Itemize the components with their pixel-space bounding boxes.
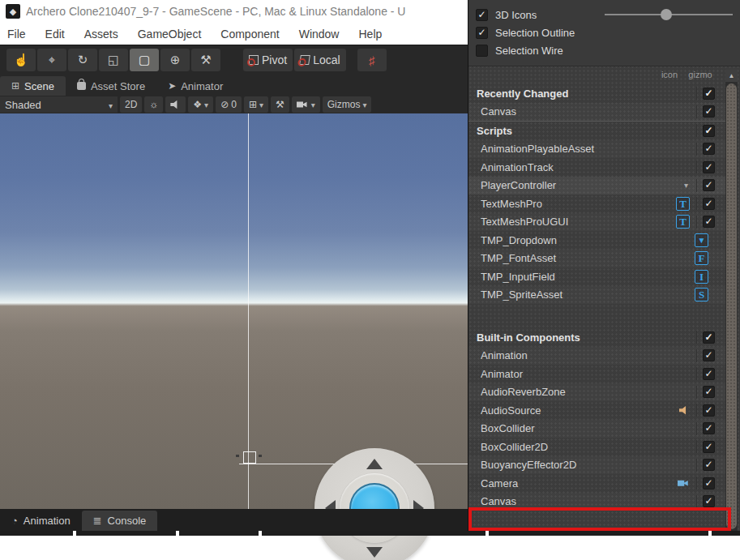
- gizmo-handle[interactable]: [259, 455, 262, 457]
- scene-visibility-button[interactable]: ⊘ 0: [216, 96, 242, 113]
- gizmo-row[interactable]: BoxCollider2D: [468, 438, 728, 456]
- gizmo-row[interactable]: Camera: [468, 474, 728, 493]
- rotate-icon: ↻: [78, 53, 88, 67]
- gizmo-row[interactable]: TMP_SpriteAssetS: [468, 286, 728, 305]
- gizmo-section-header[interactable]: Scripts: [468, 122, 728, 140]
- menu-window[interactable]: Window: [299, 28, 340, 41]
- move-tool-button[interactable]: ⌖: [37, 49, 66, 71]
- gizmo-section-header[interactable]: Recently Changed: [468, 84, 728, 103]
- rect-tool-button[interactable]: ▢: [130, 49, 159, 71]
- virtual-joystick[interactable]: [314, 448, 434, 560]
- scroll-up-button[interactable]: ▲: [725, 70, 738, 82]
- tab-console[interactable]: ≣ Console: [82, 511, 158, 531]
- shading-mode-label: Shaded: [5, 99, 41, 111]
- gizmo-checkbox[interactable]: [703, 331, 715, 344]
- 2d-toggle-button[interactable]: 2D: [120, 96, 142, 113]
- gizmo-row[interactable]: TMP_InputFieldI: [468, 267, 728, 286]
- menu-assets[interactable]: Assets: [84, 28, 118, 41]
- gizmo-row[interactable]: AudioSource: [468, 401, 728, 420]
- tab-scene-label: Scene: [24, 80, 54, 92]
- rotate-tool-button[interactable]: ↻: [68, 49, 97, 71]
- gizmo-checkbox[interactable]: [703, 368, 715, 380]
- gizmos-dropdown-button[interactable]: Gizmos: [323, 96, 372, 113]
- column-divider: [696, 179, 697, 192]
- gizmo-row[interactable]: TextMeshProUGUIT: [468, 213, 728, 232]
- scene-viewport[interactable]: [0, 113, 468, 509]
- custom-tool-button[interactable]: ⚒: [191, 49, 220, 71]
- menu-file[interactable]: File: [7, 28, 26, 41]
- gizmo-handle[interactable]: [236, 455, 239, 457]
- 3d-icons-size-slider[interactable]: [605, 6, 733, 24]
- chevron-down-icon[interactable]: ▾: [684, 181, 688, 190]
- gizmo-item-label: Recently Changed: [477, 88, 696, 100]
- selection-outline-checkbox[interactable]: [476, 27, 488, 39]
- hand-tool-button[interactable]: ☝: [6, 49, 36, 71]
- shading-mode-dropdown[interactable]: Shaded: [0, 96, 118, 113]
- gizmo-checkbox[interactable]: [703, 125, 715, 137]
- gizmo-row[interactable]: TMP_Dropdown▼: [468, 231, 728, 250]
- gizmo-row[interactable]: BoxCollider: [468, 420, 728, 438]
- gizmo-checkbox[interactable]: [703, 495, 715, 507]
- gizmo-checkbox[interactable]: [703, 105, 715, 118]
- gizmo-row[interactable]: Canvas: [468, 493, 728, 511]
- menu-item-3d-icons[interactable]: 3D Icons: [468, 6, 740, 24]
- gizmo-checkbox[interactable]: [703, 459, 715, 471]
- canvas-corner-gizmo[interactable]: [243, 451, 256, 464]
- gizmo-checkbox[interactable]: [703, 198, 715, 210]
- gizmo-checkbox[interactable]: [703, 143, 715, 155]
- menu-gameobject[interactable]: GameObject: [138, 28, 202, 41]
- 3d-icons-label: 3D Icons: [495, 9, 537, 21]
- menu-item-selection-wire[interactable]: Selection Wire: [468, 41, 740, 59]
- gizmo-row[interactable]: BuoyancyEffector2D: [468, 456, 728, 475]
- gizmo-row[interactable]: Animation: [468, 347, 728, 365]
- hidden-eye-icon: ⊘: [220, 99, 229, 110]
- tab-animator[interactable]: ➤ Animator: [156, 76, 234, 96]
- scale-tool-button[interactable]: ◱: [99, 49, 128, 71]
- chevron-down-icon: [204, 99, 208, 110]
- gizmo-checkbox[interactable]: [703, 216, 715, 228]
- gizmo-checkbox[interactable]: [703, 161, 715, 173]
- scene-camera-button[interactable]: [292, 96, 320, 113]
- scene-effects-button[interactable]: ❖: [188, 96, 213, 113]
- gizmo-row[interactable]: Animator: [468, 365, 728, 383]
- gizmo-row[interactable]: AnimationPlayableAsset: [468, 140, 728, 159]
- menu-component[interactable]: Component: [220, 28, 279, 41]
- tab-animation[interactable]: ◔ Animation: [0, 511, 82, 531]
- slider-knob[interactable]: [661, 9, 672, 20]
- gizmo-checkbox[interactable]: [703, 422, 715, 434]
- gizmo-checkbox[interactable]: [703, 404, 715, 417]
- gizmo-checkbox[interactable]: [703, 88, 715, 100]
- gizmo-checkbox[interactable]: [703, 179, 715, 191]
- gizmo-row[interactable]: Canvas: [468, 103, 728, 122]
- scene-tools-button[interactable]: ⚒: [271, 96, 289, 113]
- transform-tool-button[interactable]: ⊕: [160, 49, 190, 71]
- gizmo-section-header[interactable]: Built-in Components: [468, 328, 728, 347]
- gizmo-checkbox[interactable]: [703, 386, 715, 398]
- 3d-icons-checkbox[interactable]: [476, 9, 488, 21]
- tab-scene[interactable]: ⊞ Scene: [0, 76, 66, 96]
- joystick-up-arrow-icon: [366, 459, 383, 469]
- scene-audio-button[interactable]: [165, 96, 186, 113]
- gizmo-row[interactable]: TextMeshProT: [468, 195, 728, 213]
- scene-lighting-button[interactable]: ☼: [144, 96, 163, 113]
- gizmo-row[interactable]: AudioReverbZone: [468, 383, 728, 402]
- scrollbar-thumb[interactable]: [726, 83, 737, 529]
- gizmo-row[interactable]: TMP_FontAssetF: [468, 250, 728, 268]
- tab-asset-store[interactable]: Asset Store: [66, 76, 156, 96]
- selection-wire-checkbox[interactable]: [476, 45, 488, 57]
- gizmo-row[interactable]: AnimationTrack: [468, 158, 728, 177]
- menu-item-selection-outline[interactable]: Selection Outline: [468, 24, 740, 41]
- scrollbar[interactable]: ▲: [725, 70, 738, 531]
- gizmo-checkbox[interactable]: [703, 441, 715, 453]
- gizmo-checkbox[interactable]: [703, 477, 715, 489]
- menu-edit[interactable]: Edit: [45, 28, 65, 41]
- scene-grid-icon: ⊞: [11, 80, 19, 92]
- selection-outline-label: Selection Outline: [495, 27, 575, 39]
- gizmo-checkbox[interactable]: [703, 349, 715, 361]
- gizmo-row[interactable]: PlayerController▾: [468, 177, 728, 195]
- local-toggle-button[interactable]: Local: [294, 49, 345, 71]
- grid-snap-button[interactable]: ♯: [357, 49, 387, 71]
- scene-grid-visibility-button[interactable]: ⊞: [244, 96, 268, 113]
- menu-help[interactable]: Help: [358, 28, 382, 41]
- pivot-toggle-button[interactable]: Pivot: [243, 49, 293, 71]
